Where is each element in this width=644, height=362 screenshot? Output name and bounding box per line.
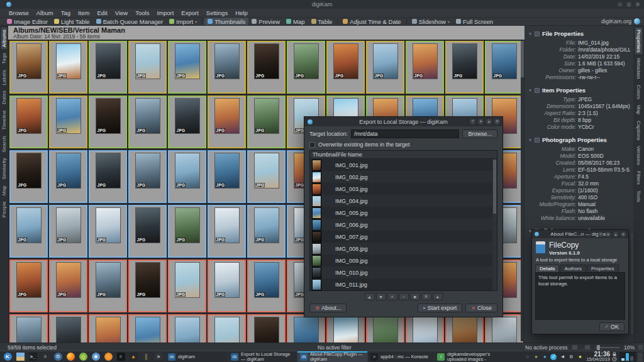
thumbnail-cell[interactable]: JPG bbox=[326, 314, 365, 343]
list-tool-button-2[interactable]: ▼ bbox=[376, 293, 386, 300]
section-header[interactable]: ▼Item Properties bbox=[528, 87, 630, 94]
file-list-scrollbar[interactable] bbox=[492, 159, 497, 290]
sidebar-tab-properties[interactable]: Properties bbox=[635, 28, 642, 54]
thumbnail-cell[interactable]: JPG bbox=[326, 41, 365, 94]
thumbnail-cell[interactable]: JPG bbox=[128, 314, 167, 343]
sidebar-tab-map[interactable]: Map bbox=[1, 184, 7, 197]
minimize-icon[interactable]: – bbox=[618, 2, 623, 7]
system-settings-icon[interactable]: ⚙ bbox=[52, 352, 64, 362]
toolbar-button-map[interactable]: Map bbox=[283, 18, 308, 25]
menu-item-help[interactable]: Help bbox=[231, 9, 252, 16]
export-file-row[interactable]: IMG_006.jpg bbox=[310, 219, 492, 231]
dark-app-icon[interactable]: ≡ bbox=[114, 352, 127, 362]
thumbnail-cell[interactable]: JPG bbox=[128, 96, 167, 148]
thumbnail-cell[interactable]: JPG bbox=[49, 314, 87, 343]
thumbnail-cell[interactable]: JPG bbox=[406, 41, 444, 94]
sidebar-tab-filters[interactable]: Filters bbox=[635, 169, 642, 187]
thumbnail-cell[interactable]: JPG bbox=[49, 41, 87, 94]
color-status-tray-icon[interactable]: ● bbox=[577, 354, 583, 360]
thumbnail-cell[interactable]: JPG bbox=[49, 205, 87, 258]
thumbnail-cell[interactable]: JPG bbox=[9, 260, 48, 312]
menu-item-import[interactable]: Import bbox=[153, 9, 177, 16]
thumbnail-cell[interactable]: JPG bbox=[485, 314, 523, 343]
qt-app-icon[interactable]: Q bbox=[77, 352, 89, 362]
minimize-icon[interactable]: ▾ bbox=[478, 119, 484, 124]
resize-grip[interactable] bbox=[638, 345, 643, 349]
thumbnail-cell[interactable]: JPG bbox=[485, 41, 523, 94]
about-dialog-titlebar[interactable]: About FileC...n — digiKam ? ▾ ▴ ✕ bbox=[532, 230, 628, 238]
menu-item-tools[interactable]: Tools bbox=[131, 9, 153, 16]
toolbar-button-slideshow[interactable]: Slideshow▾ bbox=[409, 18, 453, 25]
thumbnail-cell[interactable]: JPG bbox=[128, 205, 167, 258]
music-player-icon[interactable] bbox=[102, 352, 114, 362]
thumbnail-cell[interactable]: JPG bbox=[168, 96, 206, 148]
tab-details[interactable]: Details bbox=[535, 265, 559, 272]
thumbnail-cell[interactable]: JPG bbox=[168, 150, 206, 203]
network-tray-icon[interactable]: ● bbox=[533, 354, 539, 360]
tab-authors[interactable]: Authors bbox=[560, 265, 586, 272]
menu-item-album[interactable]: Album bbox=[33, 9, 57, 16]
thumbnail-cell[interactable]: JPG bbox=[247, 260, 286, 312]
firefox-icon[interactable] bbox=[64, 352, 77, 362]
export-file-row[interactable]: IMG_004.jpg bbox=[310, 195, 492, 207]
thumbnail-cell[interactable]: JPG bbox=[89, 205, 127, 258]
volume-tray-icon[interactable]: ◄ bbox=[559, 354, 565, 360]
close-icon[interactable]: ✕ bbox=[621, 232, 626, 237]
thumbnail-column-header[interactable]: Thumbnail bbox=[310, 151, 335, 159]
thumbnail-cell[interactable]: JPG bbox=[89, 260, 127, 312]
zoom-out-icon[interactable] bbox=[572, 345, 577, 349]
export-file-row[interactable]: IMG_003.jpg bbox=[310, 183, 492, 195]
menu-item-view[interactable]: View bbox=[111, 9, 131, 16]
thumbnail-cell[interactable]: JPG bbox=[208, 150, 246, 203]
thumbnail-cell[interactable]: JPG bbox=[287, 314, 325, 343]
task-button-about-filecopy-plugin-digikam[interactable]: dkAbout FileCopy Plugin — digiKam bbox=[297, 351, 367, 362]
properties-scrollbar[interactable] bbox=[631, 233, 633, 334]
help-icon[interactable]: ? bbox=[470, 119, 475, 124]
ok-button[interactable]: ✓ OK bbox=[599, 322, 625, 331]
sync-tray-icon[interactable]: ✓ bbox=[550, 354, 557, 360]
thumbnail-cell[interactable]: JPG bbox=[128, 41, 167, 94]
sidebar-tab-labels[interactable]: Labels bbox=[1, 68, 7, 87]
thumbnail-cell[interactable]: JPG bbox=[128, 150, 167, 203]
tab-properties[interactable]: Properties bbox=[587, 265, 618, 272]
desktop-preview-icon[interactable] bbox=[14, 352, 26, 362]
list-tool-button-3[interactable]: + bbox=[387, 293, 397, 300]
section-header[interactable]: ▼Photograph Properties bbox=[528, 136, 630, 143]
thumbnail-cell[interactable]: JPG bbox=[49, 260, 87, 312]
session-clock-icon[interactable] bbox=[612, 357, 617, 361]
thumbnail-cell[interactable]: JPG bbox=[247, 41, 286, 94]
task-button-digikamdevelopper-s-uploaded-i[interactable]: idigikamdevelopper's uploaded images - I… bbox=[434, 351, 494, 362]
thumbnail-cell[interactable]: JPG bbox=[168, 314, 206, 343]
menu-item-settings[interactable]: Settings bbox=[203, 9, 231, 16]
thumbnail-cell[interactable]: JPG bbox=[89, 41, 127, 94]
unshade-icon[interactable]: ▴ bbox=[613, 232, 618, 237]
sidebar-tab-versions[interactable]: Versions bbox=[635, 144, 642, 167]
file-name-column-header[interactable]: File Name bbox=[335, 151, 362, 158]
thumbnail-cell[interactable]: JPG bbox=[247, 96, 286, 148]
toolbar-button-table[interactable]: Table bbox=[308, 18, 336, 25]
menu-item-browse[interactable]: Browse bbox=[5, 9, 33, 16]
section-header[interactable]: ▼File Properties bbox=[528, 30, 630, 37]
maximize-icon[interactable]: ◻ bbox=[626, 2, 631, 7]
thumbnail-cell[interactable]: JPG bbox=[89, 150, 127, 203]
list-tool-button-4[interactable]: − bbox=[399, 293, 409, 300]
close-button[interactable]: ✕ Close bbox=[465, 304, 497, 312]
task-button-digikam[interactable]: dkdigiKam bbox=[165, 351, 228, 362]
menu-item-tag[interactable]: Tag bbox=[57, 9, 74, 16]
target-location-input[interactable]: /mnt/data bbox=[351, 129, 459, 138]
toolbar-button-thumbnails[interactable]: Thumbnails bbox=[204, 18, 248, 25]
zoom-slider[interactable] bbox=[596, 347, 619, 348]
digikam-org-link[interactable]: digiKam.org bbox=[601, 18, 640, 25]
thumbnail-cell[interactable]: JPG bbox=[49, 96, 87, 148]
toolbar-button-import[interactable]: Import▾ bbox=[166, 18, 200, 25]
thumbnail-cell[interactable]: JPG bbox=[208, 96, 246, 148]
panel-grip[interactable] bbox=[638, 353, 643, 361]
list-tool-button-5[interactable]: ■ bbox=[410, 293, 420, 300]
thumbnail-cell[interactable]: JPG bbox=[287, 41, 325, 94]
settings-sliders-icon[interactable]: ≡ bbox=[39, 352, 52, 362]
sidebar-tab-colors[interactable]: Colors bbox=[635, 83, 642, 101]
thumbnail-cell[interactable]: JPG bbox=[168, 205, 206, 258]
toolbar-button-full-screen[interactable]: Full Screen bbox=[453, 18, 496, 25]
export-file-row[interactable]: IMG_007.jpg bbox=[310, 231, 492, 243]
thumbnail-cell[interactable]: JPG bbox=[49, 150, 87, 203]
